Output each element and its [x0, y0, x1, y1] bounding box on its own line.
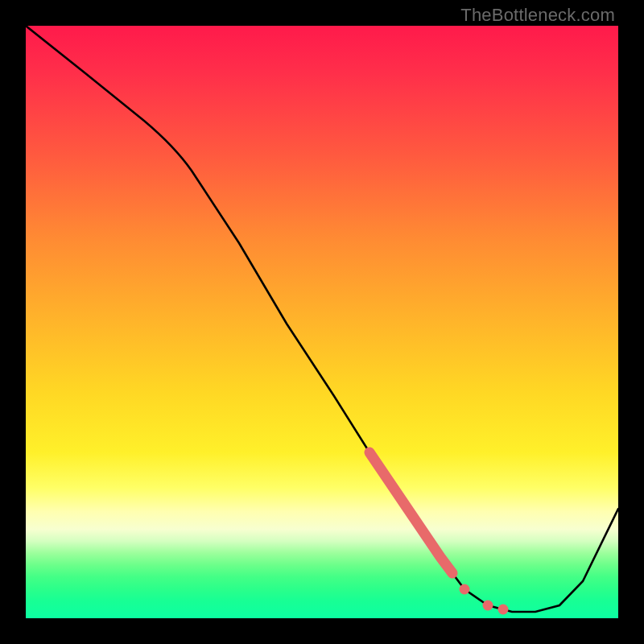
watermark: TheBottleneck.com — [460, 5, 615, 26]
highlight-dot — [498, 605, 509, 615]
highlight-dot — [483, 601, 493, 611]
chart-frame: TheBottleneck.com — [0, 0, 644, 644]
highlight-segment — [369, 452, 452, 573]
curve-svg — [26, 26, 618, 618]
highlight-dot — [460, 584, 470, 595]
plot-area — [26, 26, 618, 618]
curve-path — [26, 26, 618, 612]
